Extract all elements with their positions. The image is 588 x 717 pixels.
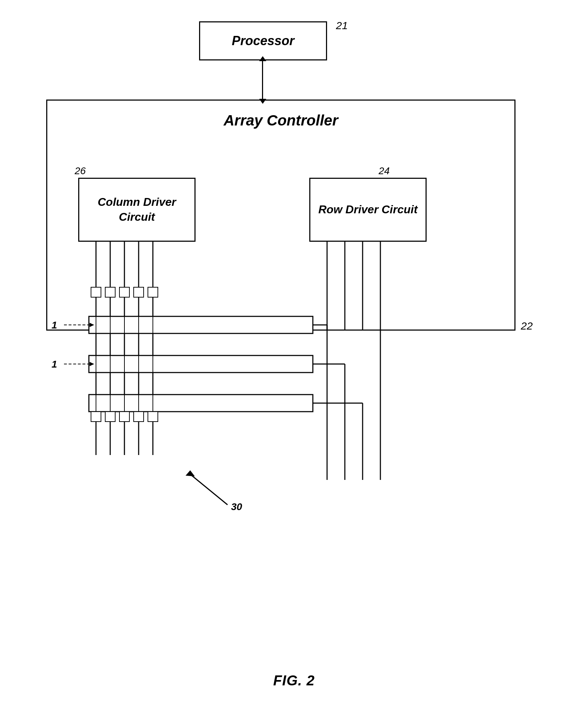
svg-rect-6 (105, 287, 115, 297)
fig-title-text: FIG. 2 (273, 673, 315, 688)
svg-rect-53 (148, 412, 158, 422)
diagram-container: Processor 21 Array Controller 22 Column … (0, 0, 588, 717)
svg-text:1: 1 (52, 320, 57, 331)
svg-text:30: 30 (231, 501, 242, 512)
svg-rect-29 (89, 355, 313, 373)
svg-rect-7 (119, 287, 129, 297)
svg-rect-5 (91, 287, 101, 297)
svg-text:1: 1 (52, 359, 57, 370)
svg-rect-50 (105, 412, 115, 422)
svg-rect-51 (119, 412, 129, 422)
svg-rect-9 (148, 287, 158, 297)
circuit-diagram-svg: 1 1 (0, 0, 588, 717)
svg-line-70 (188, 473, 228, 505)
svg-rect-52 (134, 412, 144, 422)
svg-rect-15 (89, 316, 313, 333)
svg-rect-49 (91, 412, 101, 422)
svg-rect-8 (134, 287, 144, 297)
svg-marker-71 (186, 470, 195, 476)
svg-rect-43 (89, 395, 313, 412)
figure-label: FIG. 2 (273, 673, 315, 689)
